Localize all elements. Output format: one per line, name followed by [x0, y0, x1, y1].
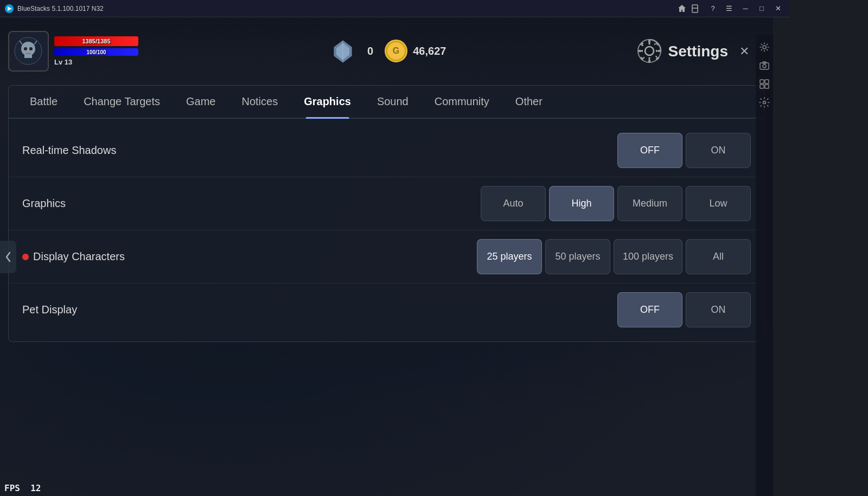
tab-change-targets[interactable]: Change Targets — [71, 86, 173, 118]
display-100-button[interactable]: 100 players — [614, 239, 682, 274]
hud-bar: 1385/1385 100/100 Lv 13 — [0, 17, 773, 85]
sidebar-grid-icon[interactable] — [757, 77, 771, 91]
graphics-quality-controls: Auto High Medium Low — [481, 186, 751, 221]
game-container: 1385/1385 100/100 Lv 13 — [0, 17, 773, 496]
left-arrow-button[interactable] — [0, 241, 16, 273]
svg-point-25 — [763, 65, 766, 68]
graphics-quality-label: Graphics — [22, 197, 481, 210]
coin-section: G 46,627 — [384, 39, 446, 63]
tab-graphics[interactable]: Graphics — [291, 86, 364, 118]
pet-display-controls: OFF ON — [617, 292, 751, 327]
display-characters-label: Display Characters — [22, 250, 477, 263]
svg-rect-24 — [760, 63, 769, 69]
graphics-high-button[interactable]: High — [549, 186, 614, 221]
avatar — [8, 31, 49, 72]
gold-count: 46,627 — [413, 45, 446, 57]
svg-rect-16 — [648, 60, 650, 63]
display-all-button[interactable]: All — [686, 239, 751, 274]
svg-rect-17 — [638, 50, 641, 52]
svg-rect-2 — [692, 5, 698, 12]
pet-display-on-button[interactable]: ON — [686, 292, 751, 327]
tab-other[interactable]: Other — [502, 86, 556, 118]
svg-rect-29 — [760, 85, 764, 88]
right-sidebar — [756, 35, 773, 496]
settings-content: Real-time Shadows OFF ON Graphics Auto H… — [9, 119, 764, 342]
svg-point-31 — [763, 101, 766, 104]
tab-community[interactable]: Community — [422, 86, 502, 118]
crystal-icon — [329, 38, 356, 65]
svg-rect-19 — [640, 42, 643, 46]
svg-rect-30 — [765, 85, 769, 88]
bookmark-icon[interactable] — [690, 4, 700, 14]
avatar-section: 1385/1385 100/100 Lv 13 — [8, 31, 138, 72]
bluestacks-logo — [4, 4, 14, 14]
sidebar-gear-icon[interactable] — [757, 95, 771, 109]
coin-icon: G — [384, 39, 409, 63]
sidebar-camera-icon[interactable] — [757, 59, 771, 73]
pet-display-label: Pet Display — [22, 304, 617, 316]
svg-rect-27 — [760, 80, 764, 83]
player-stats: 1385/1385 100/100 Lv 13 — [54, 36, 138, 66]
tabs-row: Battle Change Targets Game Notices Graph… — [9, 86, 764, 119]
settings-close-button[interactable]: ✕ — [735, 42, 754, 61]
app-title: BlueStacks 5.1.100.1017 N32 — [17, 5, 677, 12]
center-hud: 0 G 46,627 — [138, 38, 637, 65]
svg-point-23 — [763, 46, 766, 49]
realtime-shadows-controls: OFF ON — [617, 133, 751, 168]
svg-rect-18 — [658, 50, 661, 52]
minimize-button[interactable]: ─ — [738, 3, 753, 15]
red-dot-indicator — [22, 254, 29, 260]
pet-display-off-button[interactable]: OFF — [617, 292, 682, 327]
pet-display-row: Pet Display OFF ON — [9, 284, 764, 336]
graphics-auto-button[interactable]: Auto — [481, 186, 546, 221]
health-bar: 1385/1385 — [54, 36, 138, 46]
realtime-shadows-off-button[interactable]: OFF — [617, 133, 682, 168]
svg-point-13 — [645, 47, 654, 55]
crystal-count: 0 — [367, 45, 373, 57]
graphics-medium-button[interactable]: Medium — [617, 186, 682, 221]
close-button[interactable]: ✕ — [770, 3, 786, 15]
fps-counter: FPS 12 — [4, 483, 41, 493]
restore-button[interactable]: □ — [754, 3, 769, 15]
sidebar-settings-icon[interactable] — [757, 40, 771, 54]
svg-point-5 — [24, 47, 27, 50]
home-icon[interactable] — [677, 4, 687, 14]
mana-bar: 100/100 — [54, 48, 138, 56]
tab-game[interactable]: Game — [173, 86, 228, 118]
graphics-low-button[interactable]: Low — [686, 186, 751, 221]
settings-panel: Battle Change Targets Game Notices Graph… — [8, 85, 765, 342]
display-50-button[interactable]: 50 players — [545, 239, 610, 274]
menu-button[interactable]: ☰ — [722, 3, 737, 15]
level-display: Lv 13 — [54, 58, 138, 66]
window-controls: ? ☰ ─ □ ✕ — [705, 3, 786, 15]
realtime-shadows-row: Real-time Shadows OFF ON — [9, 124, 764, 177]
tab-battle[interactable]: Battle — [17, 86, 71, 118]
realtime-shadows-on-button[interactable]: ON — [686, 133, 751, 168]
tab-notices[interactable]: Notices — [228, 86, 291, 118]
svg-text:G: G — [393, 46, 399, 55]
settings-header: Settings ✕ — [637, 39, 754, 63]
gear-icon — [637, 39, 662, 63]
svg-rect-15 — [648, 40, 650, 43]
help-button[interactable]: ? — [705, 3, 720, 15]
graphics-quality-row: Graphics Auto High Medium Low — [9, 177, 764, 230]
realtime-shadows-label: Real-time Shadows — [22, 144, 617, 157]
settings-title: Settings — [668, 43, 728, 60]
display-characters-controls: 25 players 50 players 100 players All — [477, 239, 751, 274]
svg-point-6 — [29, 47, 33, 50]
tab-sound[interactable]: Sound — [364, 86, 422, 118]
svg-rect-28 — [765, 80, 769, 83]
title-bar: BlueStacks 5.1.100.1017 N32 ? ☰ ─ □ ✕ — [0, 0, 790, 17]
display-characters-row: Display Characters 25 players 50 players… — [9, 230, 764, 284]
display-25-button[interactable]: 25 players — [477, 239, 542, 274]
